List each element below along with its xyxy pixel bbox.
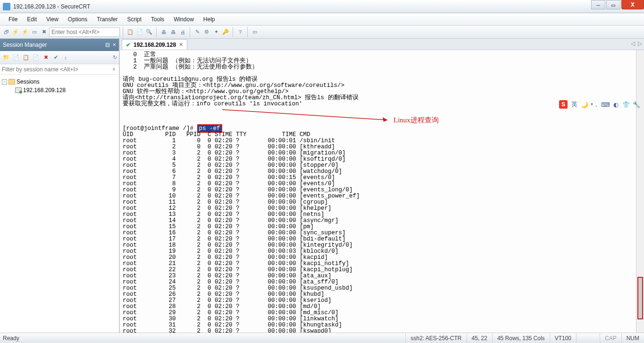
minimize-button[interactable]: — <box>591 0 605 9</box>
delete-session-icon[interactable]: ✖ <box>42 53 50 62</box>
quick-connect-icon[interactable]: ⚡ <box>21 28 29 36</box>
separator <box>247 27 248 37</box>
process-row: root 32 2 0 02:20 ? 00:00:00 [kswapd0] <box>123 328 641 333</box>
status-dimensions: 45 Rows, 135 Cols <box>492 333 550 343</box>
statusbar: Ready ssh2: AES-256-CTR 45, 22 45 Rows, … <box>0 333 644 343</box>
connected-icon: ✔ <box>126 42 131 48</box>
paste-icon[interactable]: 📄 <box>135 28 144 36</box>
separator <box>190 27 190 37</box>
main-area: Session Manager ⊟ × 📁 📄 📋 📄 ✖ ✔ ↕ ↻ × − <box>0 39 644 333</box>
printer-icon[interactable]: 🖨 <box>178 28 187 36</box>
app-icon <box>3 3 10 10</box>
session-tools: 📁 📄 📋 📄 ✖ ✔ ↕ ↻ <box>0 51 119 64</box>
copy-icon[interactable]: 📋 <box>126 28 134 36</box>
menu-help[interactable]: Help <box>199 14 220 25</box>
session-icon <box>15 87 22 93</box>
filter-clear-icon[interactable]: × <box>111 66 117 73</box>
menu-transfer[interactable]: Transfer <box>92 14 122 25</box>
new-folder-icon[interactable]: 📁 <box>2 53 10 62</box>
toolbar: 🗗 ⚡ ⚡ ▭ ✖ 📋 📄 🔍 🖶 🖶 🖨 ✎ ⚙ ✦ 🔑 ? ▭ <box>0 26 644 39</box>
panel-close-icon[interactable]: × <box>113 42 116 48</box>
separator <box>233 27 233 37</box>
pin-icon[interactable]: ⊟ <box>105 42 110 48</box>
tabs-nav: ◁ ▷ <box>631 40 642 47</box>
annotation-arrow <box>222 106 392 125</box>
session-tree: − Sessions 192.168.209.128 <box>0 75 119 333</box>
ime-skin-icon[interactable]: 👕 <box>622 101 630 108</box>
connect-tab-icon[interactable]: ▭ <box>30 28 39 36</box>
menu-script[interactable]: Script <box>122 14 146 25</box>
filter-input[interactable] <box>2 66 111 73</box>
tree-root-label: Sessions <box>17 78 40 85</box>
content-area: ✔ 192.168.209.128 ✕ ◁ ▷ 0 正常 1 一般问题 （例如：… <box>120 39 644 333</box>
menu-view[interactable]: View <box>42 14 63 25</box>
host-input[interactable] <box>49 27 120 37</box>
svg-marker-1 <box>383 117 387 122</box>
tools-icon[interactable]: ✦ <box>212 28 220 36</box>
ime-toolbar: S 英 🌙 •， ⌨ ◐ 👕 🔧 <box>559 100 640 109</box>
status-emulation: VT100 <box>550 333 576 343</box>
tab-bar: ✔ 192.168.209.128 ✕ ◁ ▷ <box>120 39 644 50</box>
new-session-icon[interactable]: 📄 <box>12 53 20 62</box>
separator <box>156 27 157 37</box>
window-title: 192.168.209.128 - SecureCRT <box>13 3 591 10</box>
print2-icon[interactable]: 🖶 <box>169 28 177 36</box>
session-manager-title: Session Manager <box>3 42 47 48</box>
annotation-label: Linux进程查询 <box>393 117 439 123</box>
terminal[interactable]: 0 正常 1 一般问题 （例如：无法访问子文件夹） 2 严重问题 （例如：无法使… <box>120 50 644 333</box>
help-icon[interactable]: ? <box>236 28 244 36</box>
ime-lang[interactable]: 英 <box>570 101 578 108</box>
session-manager-panel: Session Manager ⊟ × 📁 📄 📋 📄 ✖ ✔ ↕ ↻ × − <box>0 39 120 333</box>
close-button[interactable]: X <box>621 0 644 9</box>
scrollbar-thumb[interactable] <box>637 277 643 319</box>
expander-icon[interactable]: − <box>2 79 7 85</box>
find-icon[interactable]: 🔍 <box>145 28 153 36</box>
menu-tools[interactable]: Tools <box>146 14 169 25</box>
svg-line-0 <box>222 110 387 120</box>
window-buttons: — ▭ X <box>591 0 644 13</box>
disconnect-icon[interactable]: ✖ <box>40 28 48 36</box>
separator <box>123 27 123 37</box>
tab-prev-icon[interactable]: ◁ <box>631 40 635 47</box>
maximize-button[interactable]: ▭ <box>606 0 620 9</box>
titlebar: 192.168.209.128 - SecureCRT — ▭ X <box>0 0 644 13</box>
tree-session-label: 192.168.209.128 <box>23 87 66 94</box>
connect-icon[interactable]: ⚡ <box>11 28 20 36</box>
tab-session[interactable]: ✔ 192.168.209.128 ✕ <box>122 39 187 50</box>
sort-icon[interactable]: ↕ <box>61 53 70 62</box>
session-manager-icon[interactable]: 🗗 <box>2 28 10 36</box>
status-cursor: 45, 22 <box>467 333 492 343</box>
ime-punct-icon[interactable]: •， <box>591 101 599 108</box>
ime-keyboard-icon[interactable]: ⌨ <box>602 101 609 108</box>
session-manager-header: Session Manager ⊟ × <box>0 39 119 51</box>
status-cap: CAP <box>600 333 621 343</box>
copy-session-icon[interactable]: 📋 <box>22 53 30 62</box>
options-icon[interactable]: ⚙ <box>202 28 211 36</box>
print-icon[interactable]: 🖶 <box>159 28 168 36</box>
tab-close-icon[interactable]: ✕ <box>179 42 183 48</box>
vertical-scrollbar[interactable] <box>636 50 644 333</box>
tab-next-icon[interactable]: ▷ <box>638 40 642 47</box>
properties-session-icon[interactable]: ✔ <box>51 53 60 62</box>
properties-icon[interactable]: ✎ <box>193 28 201 36</box>
menu-edit[interactable]: Edit <box>22 14 42 25</box>
tree-root[interactable]: − Sessions <box>2 77 117 86</box>
tree-session[interactable]: 192.168.209.128 <box>2 86 117 94</box>
sogou-icon[interactable]: S <box>559 100 568 109</box>
status-num: NUM <box>621 333 644 343</box>
status-ready: Ready <box>0 333 405 343</box>
paste-session-icon[interactable]: 📄 <box>32 53 40 62</box>
view-icon[interactable]: ▭ <box>251 28 259 36</box>
menu-window[interactable]: Window <box>169 14 199 25</box>
key-icon[interactable]: 🔑 <box>221 28 230 36</box>
menu-file[interactable]: File <box>4 14 22 25</box>
ime-moon-icon[interactable]: 🌙 <box>581 101 588 108</box>
ime-tool-icon[interactable]: 🔧 <box>633 101 640 108</box>
folder-icon <box>8 79 15 85</box>
refresh-icon[interactable]: ↻ <box>110 53 119 62</box>
tab-label: 192.168.209.128 <box>134 42 176 48</box>
filter-box: × <box>0 64 119 75</box>
ime-blank-icon[interactable]: ◐ <box>612 101 619 108</box>
status-protocol: ssh2: AES-256-CTR <box>405 333 466 343</box>
menu-options[interactable]: Options <box>63 14 92 25</box>
